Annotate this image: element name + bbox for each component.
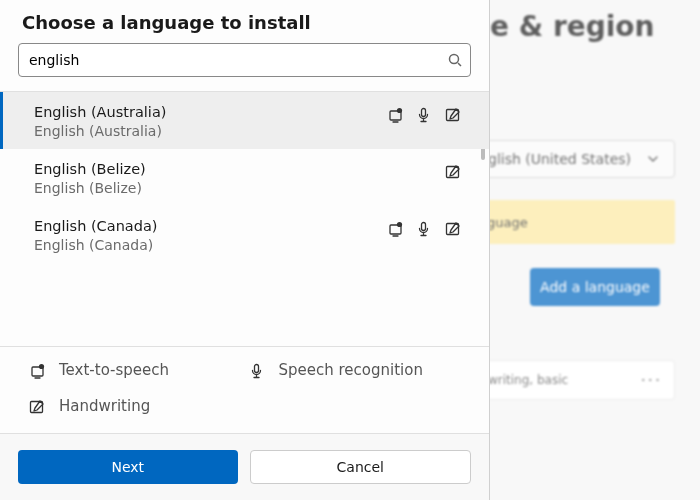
mic-icon	[415, 220, 432, 237]
info-banner: guage	[475, 200, 675, 244]
language-option-english-canada[interactable]: English (Canada) English (Canada)	[0, 206, 489, 263]
next-label: Next	[111, 459, 144, 475]
handwriting-icon	[444, 220, 461, 237]
search-wrap	[0, 43, 489, 91]
dialog-footer: Next Cancel	[0, 434, 489, 500]
legend-tts: Text-to-speech	[28, 361, 248, 379]
add-language-button[interactable]: Add a language	[530, 268, 660, 306]
handwriting-icon	[444, 163, 461, 180]
page-title: e & region	[490, 10, 655, 43]
tts-icon	[28, 362, 45, 379]
dialog-title: Choose a language to install	[0, 0, 489, 43]
cancel-label: Cancel	[337, 459, 384, 475]
mic-icon	[248, 362, 265, 379]
chevron-down-icon	[645, 151, 662, 168]
banner-text: guage	[487, 215, 528, 230]
search-input[interactable]	[29, 52, 448, 68]
legend-handwriting: Handwriting	[28, 397, 248, 415]
row-text: writing, basic	[488, 373, 568, 387]
legend-label: Text-to-speech	[59, 361, 169, 379]
mic-icon	[415, 106, 432, 123]
search-box[interactable]	[18, 43, 471, 77]
feature-legend: Text-to-speech Speech recognition Handwr…	[0, 347, 489, 434]
search-icon	[448, 53, 462, 67]
install-language-dialog: Choose a language to install English (Au…	[0, 0, 490, 500]
more-icon[interactable]: ···	[641, 371, 662, 390]
cancel-button[interactable]: Cancel	[250, 450, 472, 484]
dropdown-value: glish (United States)	[488, 151, 631, 167]
language-native: English (Canada)	[34, 237, 467, 253]
tts-icon	[386, 106, 403, 123]
add-language-label: Add a language	[540, 279, 650, 295]
tts-icon	[386, 220, 403, 237]
language-option-english-belize[interactable]: English (Belize) English (Belize)	[0, 149, 489, 206]
results-list[interactable]: English (Australia) English (Australia) …	[0, 91, 489, 347]
next-button[interactable]: Next	[18, 450, 238, 484]
handwriting-icon	[444, 106, 461, 123]
legend-label: Speech recognition	[279, 361, 423, 379]
language-native: English (Australia)	[34, 123, 467, 139]
language-name: English (Belize)	[34, 161, 467, 177]
language-native: English (Belize)	[34, 180, 467, 196]
legend-speech: Speech recognition	[248, 361, 468, 379]
legend-label: Handwriting	[59, 397, 150, 415]
installed-language-row[interactable]: writing, basic ···	[475, 360, 675, 400]
windows-display-language-dropdown[interactable]: glish (United States)	[475, 140, 675, 178]
language-option-english-australia[interactable]: English (Australia) English (Australia)	[0, 92, 489, 149]
handwriting-icon	[28, 398, 45, 415]
